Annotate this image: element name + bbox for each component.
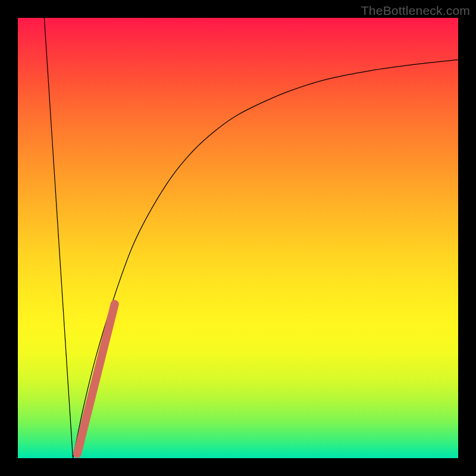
chart-frame: TheBottleneck.com xyxy=(0,0,476,476)
chart-svg xyxy=(18,18,458,458)
plot-area xyxy=(18,18,458,458)
series-left-descent xyxy=(44,18,73,458)
watermark-text: TheBottleneck.com xyxy=(361,4,470,18)
series-main-curve xyxy=(73,60,459,458)
series-highlight-segment xyxy=(77,304,115,454)
